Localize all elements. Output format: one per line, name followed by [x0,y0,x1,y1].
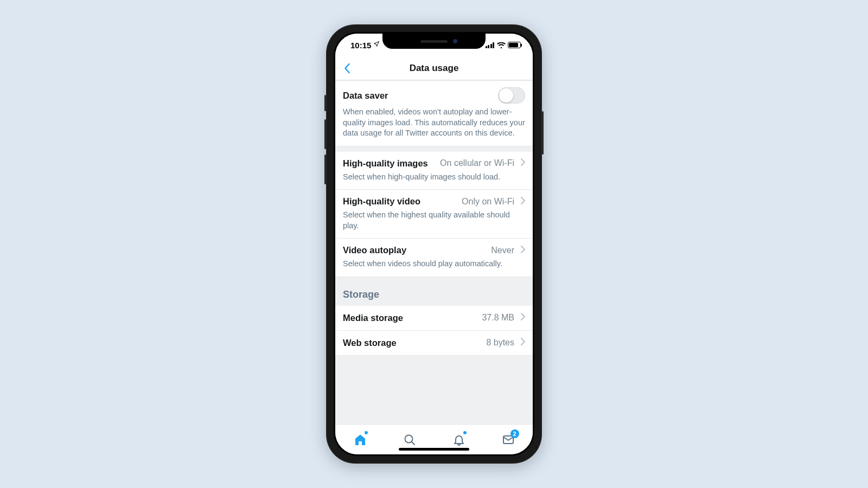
media-storage-value: 37.8 MB [482,313,514,323]
chevron-right-icon [521,313,525,323]
data-saver-title: Data saver [343,91,388,101]
hqi-title: High-quality images [343,158,428,169]
cellular-signal-icon [486,42,495,48]
tab-messages[interactable]: 2 [492,429,525,451]
hqv-title: High-quality video [343,196,420,207]
media-storage-cell[interactable]: Media storage 37.8 MB [335,306,533,331]
messages-badge: 2 [510,429,519,438]
data-saver-cell: Data saver When enabled, videos won't au… [335,80,533,146]
power-button [542,111,544,155]
chevron-right-icon [521,158,525,168]
tab-search[interactable] [393,429,426,451]
tab-home[interactable] [344,429,376,451]
wifi-icon [497,42,505,48]
data-saver-description: When enabled, videos won't autoplay and … [343,107,525,139]
high-quality-video-cell[interactable]: High-quality video Only on Wi-Fi Select … [335,190,533,239]
hqv-sub: Select when the highest quality availabl… [343,210,525,231]
content: Data saver When enabled, videos won't au… [335,80,533,424]
location-arrow-icon [373,41,380,49]
autoplay-value: Never [491,246,514,255]
home-indicator [399,448,469,451]
volume-up [324,119,326,149]
data-saver-toggle[interactable] [498,87,525,104]
back-button[interactable] [341,56,362,80]
section-gap [335,146,533,152]
autoplay-sub: Select when videos should play automatic… [343,259,525,269]
mute-switch [324,95,326,111]
video-autoplay-cell[interactable]: Video autoplay Never Select when videos … [335,239,533,277]
volume-down [324,155,326,184]
page-title: Data usage [410,63,459,74]
autoplay-title: Video autoplay [343,245,406,255]
chevron-right-icon [521,338,525,348]
hqi-sub: Select when high-quality images should l… [343,172,525,183]
svg-line-1 [412,442,414,445]
hqv-value: Only on Wi-Fi [462,197,514,207]
battery-icon [508,42,521,48]
high-quality-images-cell[interactable]: High-quality images On cellular or Wi-Fi… [335,152,533,190]
phone-shell: 10:15 [326,24,542,464]
status-time: 10:15 [350,41,371,50]
hqi-value: On cellular or Wi-Fi [440,158,514,168]
chevron-right-icon [521,246,525,255]
home-dot-indicator [365,431,368,434]
media-storage-title: Media storage [343,313,403,323]
nav-header: Data usage [335,56,533,80]
notch [382,34,486,49]
chevron-right-icon [521,197,525,207]
notifications-dot-indicator [463,431,467,434]
web-storage-value: 8 bytes [486,338,514,348]
tab-notifications[interactable] [443,429,475,451]
web-storage-title: Web storage [343,338,397,348]
web-storage-cell[interactable]: Web storage 8 bytes [335,331,533,356]
storage-header: Storage [335,277,533,306]
screen: 10:15 [335,34,533,454]
